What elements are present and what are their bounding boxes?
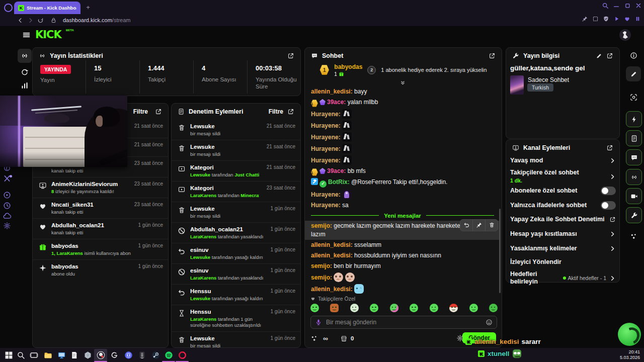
toggle-switch[interactable] — [601, 187, 616, 195]
quick-emote-party[interactable] — [390, 304, 398, 312]
undo-action-button[interactable] — [460, 220, 472, 231]
maximize-icon[interactable] — [624, 2, 631, 9]
chat-username[interactable]: allenin_kedisi: — [311, 252, 353, 259]
quick-emote-cap[interactable] — [449, 304, 458, 312]
gx-cloud-icon[interactable] — [3, 212, 11, 220]
list-item[interactable]: babyodas1, LaraKarens isimli kullanıcıya… — [33, 239, 168, 259]
rail-info-button[interactable] — [626, 48, 641, 63]
left-nav-clip[interactable] — [18, 65, 32, 79]
new-tab-button[interactable]: + — [85, 4, 92, 11]
quick-emote-smirk[interactable] — [370, 304, 378, 312]
chat-username[interactable]: Hurayene: — [311, 202, 341, 209]
expand-icon[interactable] — [155, 108, 162, 115]
menu-hamburger-icon[interactable] — [22, 31, 31, 39]
expand-icon[interactable] — [489, 52, 496, 59]
quick-emote-rage-bear[interactable] — [330, 304, 339, 312]
channel-action-row[interactable]: Yavaş mod — [510, 157, 616, 164]
taskbar-discord[interactable] — [122, 349, 135, 361]
heart-icon[interactable] — [624, 16, 630, 22]
chat-username[interactable]: allenin_kedisi: — [311, 286, 353, 293]
pin-icon[interactable] — [582, 16, 588, 22]
left-nav-chart[interactable] — [18, 78, 32, 93]
chat-username[interactable]: semijo: — [311, 262, 332, 269]
expand-icon[interactable] — [606, 52, 613, 59]
rail-videocam-button[interactable] — [626, 188, 642, 204]
chat-message[interactable]: allenin_kedisi: ssselamm — [305, 240, 500, 250]
chat-input[interactable]: Bir mesaj gönderin — [310, 316, 497, 329]
taskbar-win[interactable] — [2, 349, 15, 361]
chat-message[interactable]: semijo: ben bir hurmayım — [305, 261, 500, 272]
chat-message[interactable]: Hurayene: — [305, 108, 500, 120]
pinicon-action-button[interactable] — [472, 220, 485, 231]
taskbar-clock[interactable]: 20:41 5.03.2026 — [620, 349, 640, 360]
list-item[interactable]: Lewsukebir mesajı sildi1 gün önce — [172, 202, 300, 222]
rail-doc-button[interactable] — [626, 130, 642, 146]
channel-action-row[interactable]: İzleyici Yönlendir — [510, 258, 616, 266]
chat-scrollbar[interactable] — [499, 209, 501, 293]
channel-action-row[interactable]: Yalnızca ifadelerle sohbet — [510, 201, 616, 210]
activity-filter-button[interactable]: Filtre — [133, 108, 148, 115]
gx-playcirc-icon[interactable] — [3, 191, 11, 199]
kick-logo[interactable]: KICK — [35, 29, 61, 41]
chat-username[interactable]: allenin_kedisi: — [311, 241, 353, 248]
shop-icon[interactable] — [340, 335, 348, 342]
list-item[interactable]: Abdullah_ocalan21LaraKarens tarafından y… — [172, 222, 300, 243]
list-item[interactable]: Lewsukebir mesajı sildi21 saat önce — [172, 120, 300, 140]
chat-message[interactable]: semijo: — [305, 272, 500, 283]
close-icon[interactable] — [635, 2, 642, 9]
chat-message[interactable]: allenin_kedisi: — [305, 283, 500, 295]
left-nav-broadcast[interactable] — [18, 49, 32, 63]
toggle-switch[interactable] — [601, 201, 616, 210]
category-name[interactable]: Sadece Sohbet — [528, 76, 569, 83]
channel-action-row[interactable]: Abonelere özel sohbet — [510, 187, 616, 195]
chat-username[interactable]: Hurayene: — [311, 134, 341, 141]
channel-action-row[interactable]: Yasaklanmış kelimeler — [510, 245, 616, 252]
gx-clock-icon[interactable] — [3, 202, 11, 210]
chat-message[interactable]: Hurayene: — [305, 143, 500, 154]
list-item[interactable]: Lewsukebir mesajı sildi21 saat önce — [172, 140, 300, 160]
chat-username[interactable]: 39ace: — [327, 167, 346, 174]
category-thumbnail[interactable] — [510, 75, 524, 95]
list-item[interactable]: HenssuLewsuke tarafından yasağı kaldırıl… — [172, 284, 300, 305]
chat-username[interactable]: semijo: — [311, 222, 332, 229]
taskbar-spotify[interactable] — [162, 349, 175, 361]
taskbar-epic[interactable] — [135, 349, 148, 361]
quick-emote-wink[interactable] — [469, 304, 478, 312]
list-item[interactable]: AnimeKizlariniSeviorum8 izleyici ile yay… — [33, 177, 168, 198]
list-item[interactable]: KategoriLewsuke tarafından Just Chatting… — [172, 160, 300, 181]
rail-pencil-button[interactable] — [626, 66, 641, 81]
chat-message[interactable]: allenin_kedisi: sararr — [305, 295, 500, 295]
quick-emote-green-blob[interactable] — [310, 304, 319, 312]
opera-gx-logo-icon[interactable] — [4, 4, 13, 12]
chat-message[interactable]: 139ace: bb mfs — [305, 166, 500, 177]
emoji-picker-icon[interactable] — [486, 319, 493, 326]
list-item[interactable]: esinuvLewsuke tarafından yasağı kaldırıl… — [172, 243, 300, 263]
channel-action-row[interactable]: Yapay Zeka ile Sohbet Denetimi — [510, 216, 616, 223]
play-icon[interactable] — [613, 16, 620, 22]
list-item[interactable]: esinuvLaraKarens tarafından yasaklandı1 … — [172, 263, 300, 284]
list-item[interactable]: HenssuLaraKarens tarafından 1 gün süreli… — [172, 305, 300, 331]
list-item[interactable]: Abdullah_ocalan21kanalı takip etti1 gün … — [33, 218, 168, 239]
sidebars-icon[interactable] — [634, 16, 641, 22]
shield-icon[interactable] — [603, 16, 609, 22]
rail-dots3-button[interactable] — [626, 229, 641, 244]
chat-message[interactable]: allenin_kedisi: hossbuldumn iyiyim sen n… — [305, 250, 500, 261]
browser-tab[interactable]: K Stream - Kick Dashboard — [14, 2, 80, 14]
chat-username[interactable]: Hurayene: — [311, 191, 341, 198]
infinity-icon[interactable]: ∞ — [323, 335, 328, 342]
user-avatar[interactable] — [619, 29, 631, 41]
snapshot-icon[interactable] — [592, 16, 599, 22]
chat-username[interactable]: 39ace: — [327, 99, 346, 106]
channel-action-row[interactable]: Takipçilere özel sohbet1 dk. — [510, 169, 616, 185]
trash-action-button[interactable] — [485, 220, 498, 231]
taskbar-monitor[interactable] — [55, 349, 68, 361]
chat-message[interactable]: ✓BotRix: @RoseFerrero Takip etti!,hoşgel… — [305, 177, 500, 189]
expand-icon[interactable] — [287, 108, 294, 115]
chat-message[interactable]: Hurayene: — [305, 120, 500, 131]
taskbar-folder[interactable] — [41, 349, 54, 361]
chat-message[interactable]: 139ace: yalan mllbb — [305, 97, 500, 108]
rail-broadcast-button[interactable] — [626, 169, 642, 185]
gifter-leaderboard-banner[interactable]: 1 babyodas 1 2 1 abonelik hediye ederek … — [305, 59, 502, 81]
taskbar-opera[interactable] — [176, 349, 189, 361]
chat-username[interactable]: Hurayene: — [311, 157, 341, 164]
